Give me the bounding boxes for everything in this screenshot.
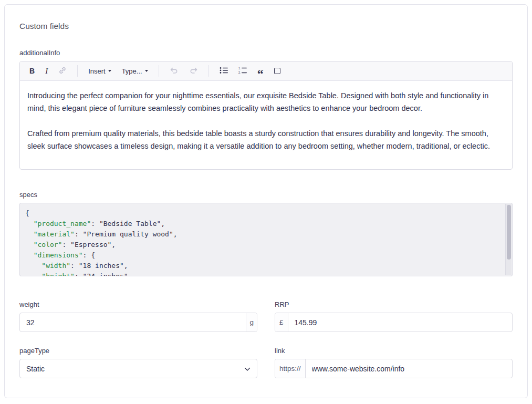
bullet-list-icon — [220, 67, 228, 76]
link-button[interactable] — [54, 64, 71, 78]
undo-icon — [170, 67, 179, 76]
italic-button[interactable]: I — [41, 65, 52, 78]
weight-input[interactable] — [20, 313, 246, 332]
redo-button[interactable] — [185, 65, 202, 78]
numbered-list-button[interactable]: 1. 2. — [234, 65, 251, 78]
field-rrp: RRP £ — [275, 301, 513, 332]
code-line: "color": "Espresso", — [25, 240, 500, 250]
field-pageType: pageType Static — [19, 347, 257, 378]
bold-button[interactable]: B — [25, 65, 39, 77]
code-line: "height": "24 inches", — [25, 271, 500, 276]
weight-unit-suffix: g — [246, 313, 257, 332]
weight-input-group: g — [19, 313, 257, 332]
svg-text:2.: 2. — [238, 71, 241, 74]
additionalInfo-label: additionalInfo — [19, 49, 513, 57]
field-specs: specs { "product_name": "Bedside Table",… — [19, 191, 513, 276]
svg-text:1.: 1. — [238, 67, 241, 70]
section-title: Custom fields — [19, 22, 513, 31]
chevron-down-icon — [145, 70, 148, 72]
rte-paragraph: Introducing the perfect companion for yo… — [27, 89, 505, 115]
field-additionalInfo: additionalInfo B I Insert — [19, 49, 513, 170]
field-weight: weight g — [19, 301, 257, 332]
rte-toolbar: B I Insert Typ — [20, 61, 512, 81]
toolbar-separator — [77, 65, 78, 77]
link-input-group: https:// — [275, 359, 513, 378]
code-line: "product_name": "Bedside Table", — [25, 219, 500, 229]
square-outline-icon — [274, 68, 280, 74]
chevron-down-icon — [244, 365, 251, 373]
rrp-input[interactable] — [288, 313, 512, 332]
fields-row-pagetype-link: pageType Static link https:// — [19, 347, 513, 378]
bullet-list-button[interactable] — [215, 65, 232, 78]
field-link: link https:// — [275, 347, 513, 378]
fields-row-weight-rrp: weight g RRP £ — [19, 301, 513, 332]
rte-content[interactable]: Introducing the perfect companion for yo… — [20, 81, 512, 169]
rich-text-editor: B I Insert Typ — [19, 61, 513, 170]
currency-prefix: £ — [275, 313, 288, 332]
pageType-select[interactable]: Static — [19, 359, 257, 378]
link-icon — [58, 66, 67, 76]
rte-paragraph: Crafted from premium quality materials, … — [27, 127, 505, 152]
pageType-label: pageType — [19, 347, 257, 355]
undo-button[interactable] — [165, 65, 183, 78]
link-input[interactable] — [306, 359, 512, 378]
protocol-prefix: https:// — [275, 359, 306, 378]
blockquote-button[interactable]: “ — [253, 64, 268, 78]
code-line: "material": "Premium quality wood", — [25, 229, 500, 240]
redo-icon — [189, 67, 198, 76]
custom-fields-card: Custom fields additionalInfo B I — [4, 4, 528, 398]
code-line: { — [25, 208, 500, 219]
scrollbar[interactable] — [505, 204, 512, 275]
numbered-list-icon: 1. 2. — [238, 67, 247, 76]
code-line: "width": "18 inches", — [25, 261, 500, 271]
link-label: link — [275, 347, 513, 355]
scrollbar-thumb[interactable] — [507, 205, 511, 260]
weight-label: weight — [19, 301, 257, 308]
pageType-selected-value: Static — [26, 365, 45, 373]
specs-code-editor[interactable]: { "product_name": "Bedside Table", "mate… — [19, 203, 513, 276]
insert-dropdown[interactable]: Insert — [84, 65, 116, 77]
type-dropdown[interactable]: Type... — [118, 65, 152, 77]
media-block-button[interactable] — [270, 66, 285, 76]
code-line: "dimensions": { — [25, 250, 500, 261]
specs-label: specs — [19, 191, 513, 199]
chevron-down-icon — [108, 70, 111, 72]
toolbar-separator — [208, 65, 209, 77]
rrp-label: RRP — [275, 301, 513, 308]
rrp-input-group: £ — [275, 313, 513, 332]
blockquote-icon: “ — [257, 66, 264, 76]
toolbar-separator — [159, 65, 159, 77]
